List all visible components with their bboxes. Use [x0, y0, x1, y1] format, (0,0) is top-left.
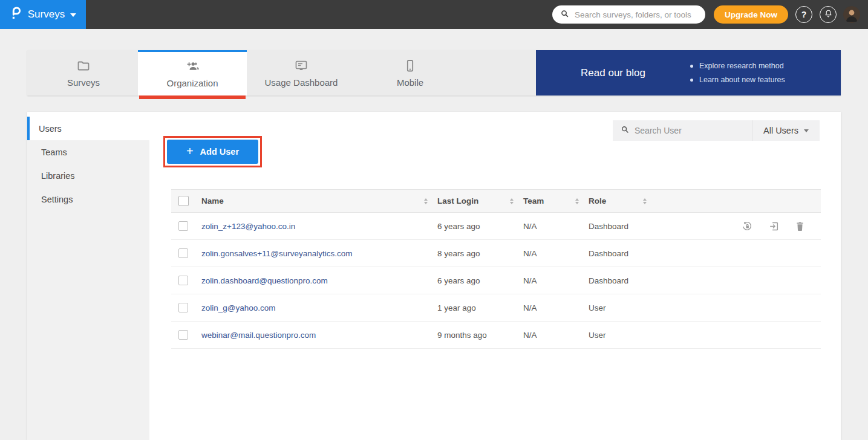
header-checkbox-cell [171, 196, 201, 206]
team-value: N/A [523, 331, 589, 340]
tab-label: Surveys [67, 77, 100, 88]
table-row: zolin.gonsalves+11@surveyanalytics.com 8… [171, 240, 821, 267]
user-email-link[interactable]: zolin_g@yahoo.com [201, 303, 437, 312]
user-search-bar: All Users [613, 120, 820, 141]
last-login-value: 9 months ago [437, 331, 523, 340]
user-filter-dropdown[interactable]: All Users [752, 120, 820, 141]
sort-icon[interactable] [575, 198, 579, 204]
sidebar-item-users[interactable]: Users [27, 117, 149, 140]
filter-value: All Users [763, 126, 798, 135]
sidebar-item-settings[interactable]: Settings [27, 187, 149, 211]
tab-label: Mobile [397, 77, 423, 88]
row-checkbox[interactable] [178, 276, 188, 285]
chevron-down-icon [70, 13, 76, 17]
mobile-icon [403, 59, 417, 73]
column-label: Last Login [437, 196, 478, 205]
user-email-link[interactable]: zolin_z+123@yahoo.co.in [201, 222, 437, 231]
search-icon [560, 9, 569, 21]
last-login-value: 1 year ago [437, 303, 523, 312]
row-checkbox[interactable] [178, 221, 188, 231]
role-value: User [589, 331, 656, 340]
team-value: N/A [523, 249, 589, 258]
sort-icon[interactable] [424, 198, 428, 204]
sort-icon[interactable] [510, 198, 514, 204]
sidebar-item-libraries[interactable]: Libraries [27, 164, 149, 187]
last-login-value: 8 years ago [437, 249, 523, 258]
team-value: N/A [523, 222, 589, 231]
bell-icon [824, 9, 833, 20]
reset-password-icon[interactable] [742, 221, 753, 232]
table-row: zolin.dashboard@questionpro.com 6 years … [171, 267, 821, 294]
column-header-name[interactable]: Name [201, 196, 437, 205]
tab-label: Usage Dashboard [265, 77, 338, 88]
help-icon: ? [801, 10, 807, 19]
user-email-link[interactable]: zolin.gonsalves+11@surveyanalytics.com [201, 249, 437, 258]
row-actions [656, 221, 821, 232]
module-tabs: Surveys Organization [27, 50, 465, 95]
search-user-input[interactable] [635, 126, 744, 135]
user-email-link[interactable]: zolin.dashboard@questionpro.com [201, 276, 437, 285]
add-user-label: Add User [200, 147, 239, 157]
annotation-highlight-box: + Add User [163, 136, 262, 167]
role-value: Dashboard [589, 222, 656, 231]
column-header-team[interactable]: Team [523, 196, 589, 205]
delete-icon[interactable] [795, 221, 805, 232]
sidebar-item-teams[interactable]: Teams [27, 140, 149, 164]
questionpro-logo [10, 6, 22, 23]
folder-icon [76, 59, 91, 73]
tab-label: Organization [166, 78, 218, 88]
column-header-role[interactable]: Role [589, 196, 656, 205]
last-login-value: 6 years ago [437, 222, 523, 231]
search-user-field[interactable] [613, 120, 752, 141]
column-header-last-login[interactable]: Last Login [437, 196, 523, 205]
blog-banner[interactable]: Read our blog Explore research method Le… [536, 50, 841, 95]
column-label: Name [201, 196, 224, 205]
team-value: N/A [523, 303, 589, 312]
select-all-checkbox[interactable] [178, 196, 189, 206]
add-user-button[interactable]: + Add User [167, 140, 258, 164]
tab-mobile[interactable]: Mobile [356, 50, 465, 95]
user-avatar[interactable] [843, 6, 860, 23]
sidebar-item-label: Libraries [41, 171, 75, 181]
user-email-link[interactable]: webinar@mail.questionpro.com [201, 331, 437, 340]
topbar: Surveys Upgrade Now ? [0, 0, 868, 29]
team-value: N/A [523, 276, 589, 285]
blog-bullet: Learn about new features [690, 73, 785, 87]
tab-organization[interactable]: Organization [138, 50, 247, 95]
table-header: Name Last Login Team Role [171, 189, 821, 213]
global-search-input[interactable] [575, 10, 697, 19]
search-icon [621, 125, 629, 136]
role-value: Dashboard [589, 249, 656, 258]
sidebar-item-label: Teams [41, 147, 67, 157]
notifications-button[interactable] [820, 6, 837, 23]
column-label: Role [589, 196, 606, 205]
dashboard-icon [294, 59, 308, 73]
users-table: Name Last Login Team Role [171, 189, 821, 349]
row-checkbox[interactable] [178, 303, 188, 312]
module-tab-bar: Surveys Organization [27, 50, 841, 95]
sidebar-item-label: Users [39, 124, 62, 134]
product-label: Surveys [28, 8, 65, 21]
tab-usage-dashboard[interactable]: Usage Dashboard [247, 50, 356, 95]
annotation-underline [139, 95, 246, 99]
role-value: Dashboard [589, 276, 656, 285]
table-row: webinar@mail.questionpro.com 9 months ag… [171, 322, 821, 349]
login-as-icon[interactable] [768, 221, 780, 232]
row-checkbox[interactable] [178, 248, 188, 258]
upgrade-now-button[interactable]: Upgrade Now [714, 5, 788, 24]
organization-sidebar: Users Teams Libraries Settings [27, 112, 149, 440]
row-checkbox[interactable] [178, 330, 188, 340]
blog-banner-bullets: Explore research method Learn about new … [690, 59, 785, 87]
tab-surveys[interactable]: Surveys [29, 50, 138, 95]
blog-banner-title: Read our blog [536, 67, 690, 79]
product-switcher[interactable]: Surveys [0, 0, 86, 29]
help-button[interactable]: ? [795, 6, 812, 23]
table-row: zolin_z+123@yahoo.co.in 6 years ago N/A … [171, 213, 821, 240]
chevron-down-icon [804, 129, 809, 132]
sort-icon[interactable] [643, 198, 647, 204]
organization-panel: Users Teams Libraries Settings + Add Use… [27, 112, 841, 440]
add-person-icon [184, 59, 200, 74]
plus-icon: + [186, 145, 194, 157]
global-search[interactable] [552, 5, 705, 24]
sidebar-item-label: Settings [41, 195, 73, 204]
